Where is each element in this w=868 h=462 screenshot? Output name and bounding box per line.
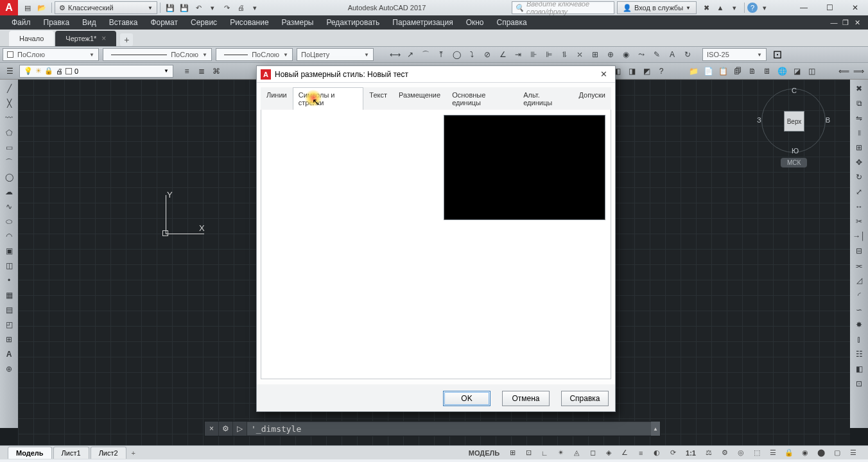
- make-block-icon[interactable]: ◫: [2, 259, 16, 272]
- isoplane-icon[interactable]: ◬: [569, 447, 584, 459]
- xref-tool-icon[interactable]: 🗎: [745, 64, 759, 78]
- draworder-icon[interactable]: ☷: [852, 348, 866, 361]
- command-input[interactable]: [247, 422, 651, 435]
- polar-icon[interactable]: ✴: [553, 447, 568, 459]
- tab-model[interactable]: Модель: [8, 447, 52, 459]
- rotate-icon[interactable]: ↻: [852, 171, 866, 184]
- layer-combo[interactable]: 💡 ☀ 🔒 🖨 0 ▼: [19, 65, 173, 78]
- tab-sheet2[interactable]: Лист2: [91, 447, 126, 459]
- polyline-icon[interactable]: 〰: [2, 112, 16, 124]
- tab-text[interactable]: Текст: [363, 87, 393, 110]
- xline-icon[interactable]: ╳: [2, 97, 16, 110]
- transparency-icon[interactable]: ◐: [650, 447, 664, 459]
- doc-close-button[interactable]: ✕: [851, 19, 863, 27]
- menu-modify[interactable]: Редактировать: [320, 16, 386, 29]
- menu-edit[interactable]: Правка: [37, 16, 76, 29]
- layer-tool-icon[interactable]: ⌘: [209, 64, 223, 78]
- ellipse-icon[interactable]: ⬭: [2, 215, 16, 228]
- dim-radius-icon[interactable]: ◯: [449, 47, 464, 62]
- lock-ui-icon[interactable]: 🔒: [782, 447, 796, 459]
- open-icon[interactable]: 📂: [35, 1, 49, 15]
- addselected-icon[interactable]: ⊕: [2, 363, 16, 375]
- dim-baseline-icon[interactable]: ⊪: [526, 47, 541, 62]
- print-icon[interactable]: 🖨: [234, 1, 248, 15]
- viewcube-top[interactable]: Верх: [784, 111, 804, 132]
- blend-icon[interactable]: ∽: [852, 304, 866, 316]
- line-icon[interactable]: ╱: [2, 82, 16, 95]
- menu-service[interactable]: Сервис: [184, 16, 223, 29]
- units-icon[interactable]: ⬚: [750, 447, 764, 459]
- login-button[interactable]: 👤 Вход в службы ▼: [617, 1, 697, 14]
- tolerance-icon[interactable]: ⊞: [588, 47, 602, 62]
- menu-draw[interactable]: Рисование: [223, 16, 275, 29]
- setbylayer-icon[interactable]: ◧: [852, 363, 866, 375]
- otrack-icon[interactable]: ∠: [618, 447, 632, 459]
- dim-edit-icon[interactable]: ✎: [650, 47, 664, 62]
- dim-space-icon[interactable]: ⥮: [557, 47, 571, 62]
- tab-start[interactable]: Начало: [9, 31, 54, 46]
- mtext-icon[interactable]: A: [2, 348, 16, 361]
- point-icon[interactable]: •: [2, 274, 16, 287]
- copy-icon[interactable]: ⧉: [852, 97, 866, 110]
- ortho-icon[interactable]: ∟: [537, 447, 551, 459]
- mirror-icon[interactable]: ⇋: [852, 112, 866, 124]
- dim-angular-icon[interactable]: ∠: [496, 47, 510, 62]
- explode-icon[interactable]: ✸: [852, 318, 866, 331]
- workspace-combo[interactable]: ⚙ Классический ▼: [55, 1, 157, 14]
- align-icon[interactable]: ⫿: [852, 333, 866, 346]
- spline-icon[interactable]: ∿: [2, 200, 16, 213]
- fillet-icon[interactable]: ◜: [852, 289, 866, 302]
- xref-tool-icon[interactable]: 📋: [716, 64, 730, 78]
- lwdisplay-icon[interactable]: ≡: [634, 447, 648, 459]
- dialog-titlebar[interactable]: A Новый размерный стиль: Новый тест ✕: [257, 66, 615, 83]
- viewcube[interactable]: Верх С Ю З В МСК: [761, 89, 826, 166]
- dim-ordinate-icon[interactable]: ⤒: [434, 47, 448, 62]
- close-button[interactable]: ✕: [842, 0, 868, 15]
- close-icon[interactable]: ×: [101, 34, 106, 43]
- linetype-combo[interactable]: ПоСлою ▼: [103, 48, 212, 61]
- ellipse-arc-icon[interactable]: ◠: [2, 230, 16, 243]
- dimstyle-combo[interactable]: ISO-25 ▼: [702, 48, 767, 61]
- chamfer-icon[interactable]: ◿: [852, 274, 866, 287]
- menu-param[interactable]: Параметризация: [386, 16, 459, 29]
- tab-sheet1[interactable]: Лист1: [53, 447, 89, 459]
- grid-icon[interactable]: ⊞: [505, 447, 519, 459]
- hatch-icon[interactable]: ▦: [2, 289, 16, 302]
- xref-tool-icon[interactable]: ◪: [790, 64, 804, 78]
- color-combo[interactable]: ПоСлою ▼: [3, 48, 99, 61]
- close-button[interactable]: ✕: [596, 69, 611, 79]
- cycling-icon[interactable]: ⟳: [666, 447, 680, 459]
- tab-primary[interactable]: Основные единицы: [446, 87, 517, 110]
- menu-view[interactable]: Вид: [76, 16, 103, 29]
- history-button[interactable]: ▲: [651, 422, 660, 436]
- tab-tolerances[interactable]: Допуски: [573, 87, 611, 110]
- scale-icon[interactable]: ⤢: [852, 185, 866, 198]
- clean-screen-icon[interactable]: ▢: [830, 447, 844, 459]
- circle-icon[interactable]: ◯: [2, 171, 16, 184]
- break-icon[interactable]: ⊟: [852, 244, 866, 257]
- add-layout-button[interactable]: +: [128, 449, 139, 457]
- new-icon[interactable]: ▤: [21, 1, 35, 15]
- menu-help[interactable]: Справка: [490, 16, 534, 29]
- move-icon[interactable]: ✥: [852, 156, 866, 169]
- xref-tool-icon[interactable]: 📄: [701, 64, 715, 78]
- dim-update-icon[interactable]: ↻: [681, 47, 695, 62]
- dropdown-icon[interactable]: ▾: [205, 1, 220, 15]
- cancel-button[interactable]: Отмена: [502, 391, 550, 406]
- nav-fwd-icon[interactable]: ⟹: [851, 64, 865, 78]
- insert-block-icon[interactable]: ▣: [2, 244, 16, 257]
- redo-icon[interactable]: ↷: [220, 1, 234, 15]
- snap-icon[interactable]: ⊡: [521, 447, 535, 459]
- region-icon[interactable]: ◰: [2, 318, 16, 331]
- tab-symbols[interactable]: Символы и стрелки: [293, 87, 364, 110]
- xref-tool-icon[interactable]: 📁: [686, 64, 700, 78]
- table-icon[interactable]: ⊞: [2, 333, 16, 346]
- dim-linear-icon[interactable]: ⟷: [388, 47, 402, 62]
- search-input[interactable]: 🔍 Введите ключевое слово/фразу: [512, 1, 614, 14]
- jogged-linear-icon[interactable]: ⤳: [634, 47, 648, 62]
- annoscale-icon[interactable]: ⚖: [702, 447, 716, 459]
- command-line[interactable]: × ⚙ ▷ ▲: [204, 421, 661, 436]
- layer-tool-icon[interactable]: ≡: [180, 64, 194, 78]
- std-tool-icon[interactable]: ◨: [625, 64, 639, 78]
- dim-continue-icon[interactable]: ⊫: [542, 47, 556, 62]
